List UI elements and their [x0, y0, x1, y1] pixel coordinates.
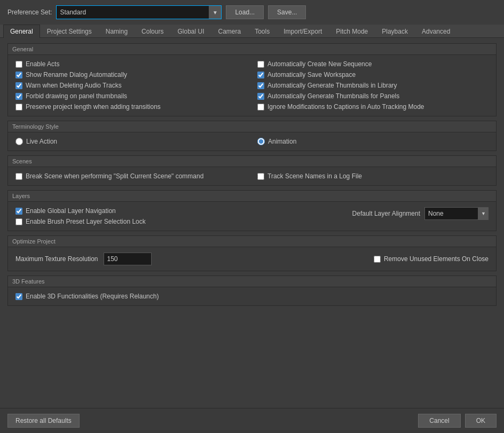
live-action-radio[interactable]	[15, 138, 23, 145]
general-section: General Enable Acts Show Rename Dialog A…	[7, 43, 497, 116]
auto-thumbnails-panels-checkbox[interactable]	[257, 93, 264, 100]
auto-create-sequence-label: Automatically Create New Sequence	[267, 60, 372, 68]
ignore-modifications-label: Ignore Modifications to Captions in Auto…	[267, 103, 424, 111]
general-section-title: General	[8, 44, 496, 55]
dialog: Preference Set: Standard ▼ Load... Save.…	[0, 0, 504, 433]
forbid-drawing-label: Forbid drawing on panel thumbnails	[26, 92, 127, 100]
preference-set-select[interactable]: Standard	[56, 5, 222, 19]
show-rename-checkbox[interactable]	[15, 72, 22, 78]
track-scene-names-checkbox[interactable]	[257, 173, 264, 180]
show-rename-label: Show Rename Dialog Automatically	[26, 71, 127, 78]
layers-row: Enable Global Layer Navigation Enable Br…	[15, 207, 489, 225]
features-3d-section: 3D Features Enable 3D Functionalities (R…	[7, 275, 497, 306]
tab-global-ui[interactable]: Global UI	[170, 25, 211, 38]
ok-button[interactable]: OK	[465, 414, 497, 428]
layers-section-body: Enable Global Layer Navigation Enable Br…	[8, 202, 496, 231]
forbid-drawing-item: Forbid drawing on panel thumbnails	[15, 92, 247, 100]
tab-naming[interactable]: Naming	[99, 25, 135, 38]
enable-acts-checkbox[interactable]	[15, 61, 22, 68]
warn-deleting-item: Warn when Deleting Audio Tracks	[15, 82, 247, 89]
tab-colours[interactable]: Colours	[135, 25, 170, 38]
terminology-section-body: Live Action Animation	[8, 132, 496, 151]
alignment-select[interactable]: None Left Center Right	[424, 207, 489, 220]
alignment-row: Default Layer Alignment None Left Center…	[352, 207, 489, 220]
auto-save-workspace-label: Automatically Save Workspace	[267, 71, 356, 78]
animation-radio[interactable]	[257, 138, 265, 145]
enable-acts-label: Enable Acts	[26, 60, 59, 68]
warn-deleting-label: Warn when Deleting Audio Tracks	[26, 82, 122, 89]
remove-unused-row: Remove Unused Elements On Close	[374, 255, 489, 263]
tab-project-settings[interactable]: Project Settings	[40, 25, 99, 38]
enable-3d-item: Enable 3D Functionalities (Requires Rela…	[15, 293, 489, 300]
general-checkbox-grid: Enable Acts Show Rename Dialog Automatic…	[15, 60, 489, 111]
enable-global-layer-nav-checkbox[interactable]	[15, 208, 22, 215]
preserve-project-item: Preserve project length when adding tran…	[15, 103, 247, 111]
live-action-label: Live Action	[26, 138, 57, 145]
alignment-select-wrapper[interactable]: None Left Center Right ▼	[424, 207, 489, 220]
auto-save-workspace-checkbox[interactable]	[257, 72, 264, 78]
ignore-modifications-checkbox[interactable]	[257, 104, 264, 111]
max-texture-input[interactable]	[104, 253, 152, 265]
optimize-section-title: Optimize Project	[8, 236, 496, 247]
animation-label: Animation	[268, 138, 296, 145]
scenes-checkbox-grid: Break Scene when performing "Split Curre…	[15, 172, 489, 180]
forbid-drawing-checkbox[interactable]	[15, 93, 22, 100]
enable-3d-checkbox[interactable]	[15, 293, 22, 300]
auto-thumbnails-library-item: Automatically Generate Thumbnails in Lib…	[257, 82, 489, 89]
track-scene-names-label: Track Scene Names in a Log File	[267, 172, 362, 180]
auto-save-workspace-item: Automatically Save Workspace	[257, 71, 489, 78]
restore-defaults-button[interactable]: Restore all Defaults	[7, 414, 80, 428]
enable-global-layer-nav-label: Enable Global Layer Navigation	[26, 207, 116, 215]
general-section-body: Enable Acts Show Rename Dialog Automatic…	[8, 55, 496, 116]
enable-global-layer-nav-item: Enable Global Layer Navigation	[15, 207, 146, 215]
remove-unused-checkbox[interactable]	[374, 256, 381, 263]
features-3d-section-body: Enable 3D Functionalities (Requires Rela…	[8, 287, 496, 305]
remove-unused-label: Remove Unused Elements On Close	[384, 255, 489, 263]
enable-3d-label: Enable 3D Functionalities (Requires Rela…	[26, 293, 159, 300]
animation-item: Animation	[257, 138, 489, 145]
optimize-section: Optimize Project Maximum Texture Resolut…	[7, 235, 497, 271]
auto-thumbnails-library-checkbox[interactable]	[257, 82, 264, 89]
preserve-project-label: Preserve project length when adding tran…	[26, 103, 161, 111]
preference-set-label: Preference Set:	[7, 9, 52, 16]
optimize-row: Maximum Texture Resolution Remove Unused…	[15, 253, 489, 265]
live-action-item: Live Action	[15, 138, 247, 145]
tab-general[interactable]: General	[3, 25, 40, 38]
terminology-section-title: Terminology Style	[8, 121, 496, 132]
alignment-label: Default Layer Alignment	[352, 210, 420, 217]
tab-tools[interactable]: Tools	[248, 25, 277, 38]
auto-create-sequence-checkbox[interactable]	[257, 61, 264, 68]
preference-set-select-wrapper[interactable]: Standard ▼	[56, 5, 222, 19]
break-scene-item: Break Scene when performing "Split Curre…	[15, 172, 247, 180]
tab-camera[interactable]: Camera	[211, 25, 248, 38]
max-texture-label: Maximum Texture Resolution	[15, 255, 98, 263]
layers-section: Layers Enable Global Layer Navigation En…	[7, 190, 497, 231]
break-scene-checkbox[interactable]	[15, 173, 22, 180]
auto-thumbnails-panels-label: Automatically Generate Thumbnails for Pa…	[267, 92, 399, 100]
warn-deleting-checkbox[interactable]	[15, 82, 22, 89]
enable-acts-item: Enable Acts	[15, 60, 247, 68]
load-button[interactable]: Load...	[226, 5, 264, 19]
preserve-project-checkbox[interactable]	[15, 104, 22, 111]
enable-brush-preset-checkbox[interactable]	[15, 218, 22, 225]
track-scene-names-item: Track Scene Names in a Log File	[257, 172, 489, 180]
features-3d-section-title: 3D Features	[8, 276, 496, 287]
tab-bar: General Project Settings Naming Colours …	[0, 25, 504, 38]
enable-brush-preset-item: Enable Brush Preset Layer Selection Lock	[15, 218, 146, 225]
bottom-right-buttons: Cancel OK	[418, 414, 497, 428]
tab-playback[interactable]: Playback	[375, 25, 415, 38]
general-left-col: Enable Acts Show Rename Dialog Automatic…	[15, 60, 247, 111]
auto-thumbnails-panels-item: Automatically Generate Thumbnails for Pa…	[257, 92, 489, 100]
top-bar: Preference Set: Standard ▼ Load... Save.…	[0, 0, 504, 25]
main-content: General Enable Acts Show Rename Dialog A…	[0, 38, 504, 408]
tab-advanced[interactable]: Advanced	[415, 25, 457, 38]
cancel-button[interactable]: Cancel	[418, 414, 460, 428]
layers-section-title: Layers	[8, 191, 496, 202]
tab-import-export[interactable]: Import/Export	[277, 25, 329, 38]
terminology-section: Terminology Style Live Action Animation	[7, 121, 497, 151]
save-button[interactable]: Save...	[268, 5, 306, 19]
terminology-radio-grid: Live Action Animation	[15, 138, 489, 145]
bottom-bar: Restore all Defaults Cancel OK	[0, 408, 504, 433]
tab-pitch-mode[interactable]: Pitch Mode	[329, 25, 375, 38]
scenes-section: Scenes Break Scene when performing "Spli…	[7, 155, 497, 186]
